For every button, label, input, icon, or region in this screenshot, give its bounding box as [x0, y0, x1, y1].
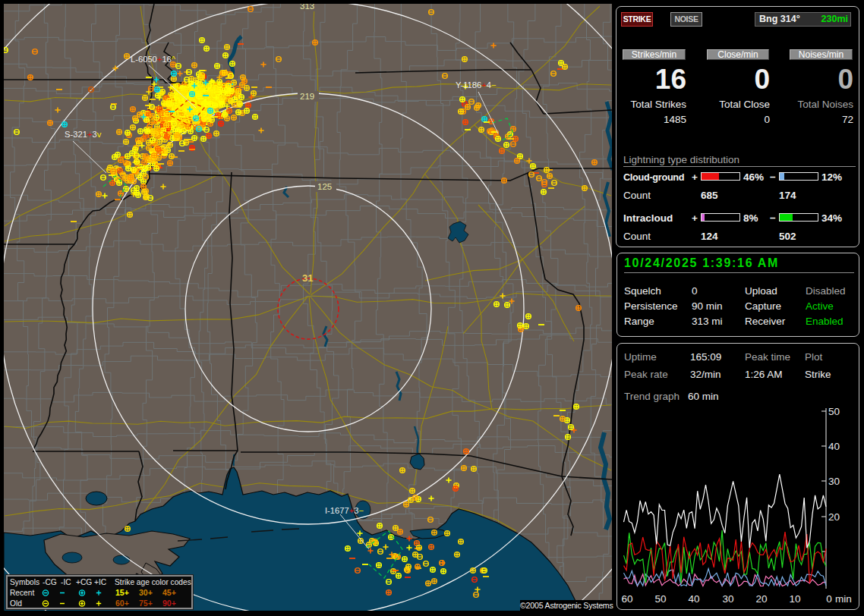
svg-text:31: 31	[302, 272, 313, 284]
svg-text:+CG: +CG	[76, 578, 92, 586]
svg-text:I-1677+3−: I-1677+3−	[325, 506, 364, 515]
svg-text:L-6050+16^: L-6050+16^	[131, 55, 176, 64]
svg-text:125: 125	[317, 182, 332, 191]
svg-text:Old: Old	[10, 599, 22, 608]
svg-text:20: 20	[755, 593, 767, 605]
svg-text:-CG: -CG	[43, 578, 57, 586]
svg-text:30+: 30+	[139, 588, 153, 597]
svg-text:313: 313	[300, 4, 314, 11]
svg-text:+IC: +IC	[94, 578, 106, 586]
svg-text:15+: 15+	[115, 588, 129, 597]
svg-text:60: 60	[621, 593, 632, 605]
svg-text:45+: 45+	[162, 588, 176, 597]
svg-text:75+: 75+	[139, 599, 153, 608]
svg-text:40: 40	[828, 441, 840, 452]
svg-text:60+: 60+	[115, 599, 129, 608]
svg-text:50: 50	[654, 593, 666, 605]
svg-text:20: 20	[828, 511, 840, 523]
svg-text:10: 10	[789, 593, 800, 605]
svg-text:Y-1186+4−: Y-1186+4−	[456, 80, 497, 90]
svg-text:S-321+3v: S-321+3v	[65, 130, 102, 139]
svg-text:Symbols: Symbols	[10, 578, 39, 586]
svg-text:-IC: -IC	[61, 578, 71, 586]
svg-text:min: min	[835, 593, 852, 605]
svg-text:50: 50	[828, 406, 840, 417]
svg-text:90+: 90+	[162, 599, 176, 608]
svg-text:Recent: Recent	[10, 589, 34, 597]
svg-text:30: 30	[828, 476, 840, 487]
svg-text:30: 30	[722, 593, 733, 605]
svg-text:0: 0	[826, 593, 832, 605]
svg-text:40: 40	[688, 593, 699, 605]
svg-text:219: 219	[300, 92, 314, 101]
svg-text:Strike age color codes: Strike age color codes	[115, 578, 191, 586]
